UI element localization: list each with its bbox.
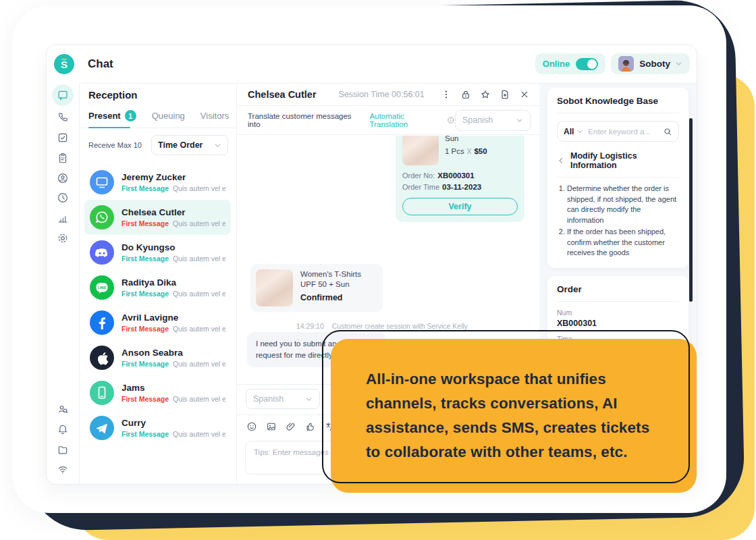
contact-curry[interactable]: Curry First MessageQuis autem vel eum iu…: [84, 410, 231, 446]
session-time: Session Time 00:56:01: [339, 90, 425, 99]
file-add-icon[interactable]: [500, 89, 510, 100]
chevron-down-icon: [516, 117, 523, 124]
translate-language-select[interactable]: Spanish: [455, 110, 531, 131]
nav-settings-icon[interactable]: [55, 231, 70, 246]
contact-jeremy-zucker[interactable]: Jeremy Zucker First MessageQuis autem ve…: [84, 165, 231, 200]
tab-queuing[interactable]: Queuing: [152, 111, 185, 121]
online-status-label: Online: [543, 59, 570, 69]
knowledge-article-header[interactable]: Modify Logistics Information: [557, 151, 679, 178]
order-card-title: Order: [557, 284, 679, 302]
panel-scrollbar[interactable]: [689, 118, 693, 302]
callout-text: All-in-one workspace that unifies channe…: [366, 367, 666, 464]
time-order-select[interactable]: Time Order: [151, 135, 228, 155]
nav-chat-icon[interactable]: [52, 84, 74, 106]
contact-jams[interactable]: Jams First MessageQuis autem vel eum iu.…: [84, 375, 231, 410]
verify-button[interactable]: Verify: [402, 198, 518, 215]
chat-customer-name: Chelsea Cutler: [248, 89, 317, 100]
translate-mode-link[interactable]: Automatic Translation: [370, 112, 443, 128]
callout-bubble: All-in-one workspace that unifies channe…: [331, 339, 697, 493]
close-icon[interactable]: [519, 89, 530, 100]
channel-icon-whatsapp: [90, 205, 114, 230]
reception-title: Reception: [88, 89, 228, 101]
star-icon[interactable]: [480, 89, 491, 100]
user-menu[interactable]: Soboty: [611, 53, 690, 74]
contact-avril-lavigne[interactable]: Avril Lavigne First MessageQuis autem ve…: [84, 305, 231, 340]
product-message: Women's T-Shirts UPF 50 + Sun Confirmed: [250, 264, 383, 312]
contact-do-kyungso[interactable]: Do Kyungso First MessageQuis autem vel e…: [84, 235, 231, 270]
logo-letter: S: [61, 59, 68, 70]
chevron-down-icon: [214, 142, 221, 149]
nav-files-icon[interactable]: [55, 442, 70, 457]
reception-tabs: Present 1 Queuing Visitors: [80, 110, 236, 128]
first-message-tag: First Message: [122, 395, 169, 403]
knowledge-base-title: Sobot Knowledge Base: [557, 96, 679, 113]
nav-analytics-icon[interactable]: [55, 211, 70, 225]
translate-label: Translate customer messages into: [248, 112, 365, 128]
knowledge-base-card: Sobot Knowledge Base All Modify Logistic…: [547, 88, 688, 268]
system-message: 14:29:10Customer create session with Ser…: [237, 322, 527, 330]
order-card-message: Sun 1 PcsX$50 Order No:XB000301 Order Ti…: [396, 136, 524, 222]
reception-panel: Reception Present 1 Queuing Visitors Rec…: [80, 84, 237, 484]
tab-present-label: Present: [88, 111, 121, 121]
info-icon[interactable]: [447, 116, 455, 124]
first-message-tag: First Message: [122, 360, 169, 368]
knowledge-filter-select[interactable]: All: [564, 127, 574, 136]
user-name: Soboty: [639, 59, 670, 69]
first-message-tag: First Message: [122, 254, 169, 263]
order-num-value: XB000301: [557, 319, 679, 328]
compose-language-select[interactable]: Spanish: [246, 389, 320, 409]
channel-icon-apple: [90, 346, 114, 370]
contact-anson-seabra[interactable]: Anson Seabra First MessageQuis autem vel…: [84, 340, 231, 375]
contact-list: Jeremy Zucker First MessageQuis autem ve…: [84, 165, 231, 446]
sobot-logo: S: [54, 54, 74, 74]
nav-phone-icon[interactable]: [55, 110, 70, 125]
tab-present[interactable]: Present 1: [88, 110, 136, 122]
more-options-icon[interactable]: [441, 89, 452, 100]
emoji-icon[interactable]: [246, 421, 257, 432]
thumbs-up-icon[interactable]: [305, 421, 316, 432]
knowledge-search: All: [557, 121, 679, 142]
article-step: If the order has been shipped, confirm w…: [567, 227, 679, 259]
online-status-pill: Online: [535, 53, 605, 74]
channel-icon-discord: [90, 240, 114, 265]
image-icon[interactable]: [266, 421, 277, 432]
channel-icon-mobile-app: [90, 381, 114, 405]
article-steps: Determine whether the order is shipped, …: [567, 184, 679, 259]
attachment-icon[interactable]: [286, 421, 296, 432]
first-message-tag: First Message: [122, 325, 169, 333]
channel-icon-telegram: [90, 416, 114, 440]
compose-toolbar: [246, 421, 335, 432]
order-num-label: Num: [557, 308, 679, 317]
channel-icon-facebook: [90, 310, 114, 335]
product-title: Sun: [445, 136, 487, 142]
knowledge-search-input[interactable]: [588, 128, 653, 136]
first-message-tag: First Message: [122, 290, 169, 298]
first-message-tag: First Message: [122, 184, 169, 192]
nav-agents-icon[interactable]: [55, 171, 70, 186]
page-title: Chat: [88, 57, 113, 71]
nav-ticket-icon[interactable]: [55, 151, 70, 165]
svg-text:LINE: LINE: [98, 286, 107, 290]
app-header: S Chat Online Soboty: [47, 45, 697, 83]
nav-notifications-icon[interactable]: [55, 422, 70, 437]
contact-raditya-dika[interactable]: LINE Raditya Dika First MessageQuis aute…: [84, 270, 231, 305]
channel-icon-web-chat: [90, 170, 114, 194]
product-photo: [402, 136, 439, 165]
chevron-down-icon[interactable]: [576, 128, 583, 135]
chevron-down-icon: [305, 396, 313, 403]
article-title: Modify Logistics Information: [570, 151, 679, 170]
nav-agent-search-icon[interactable]: [55, 402, 70, 416]
contact-chelsea-cutler[interactable]: Chelsea Cutler First MessageQuis autem v…: [84, 200, 231, 235]
nav-history-icon[interactable]: [55, 190, 70, 205]
channel-icon-line: LINE: [90, 275, 114, 300]
receive-max-label: Receive Max 10: [88, 141, 142, 149]
active-tab-underline: [88, 127, 130, 128]
first-message-tag: First Message: [122, 430, 169, 438]
nav-network-icon[interactable]: [55, 462, 70, 477]
lock-icon[interactable]: [460, 89, 471, 100]
page: S Chat Online Soboty: [0, 0, 756, 540]
nav-tasks-icon[interactable]: [55, 130, 70, 145]
search-icon[interactable]: [663, 127, 672, 136]
online-toggle[interactable]: [576, 58, 598, 70]
tab-visitors[interactable]: Visitors: [200, 111, 229, 121]
